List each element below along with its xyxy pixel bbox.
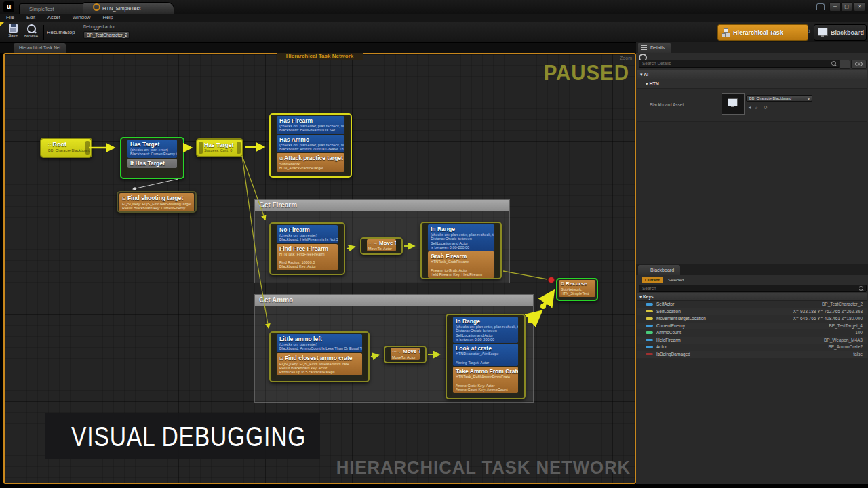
unreal-logo: u <box>3 1 14 12</box>
menu-file[interactable]: File <box>0 14 20 22</box>
blackboard-key-row[interactable]: ActorBP_AmmoCrate2 <box>637 344 867 350</box>
breadcrumb-htn[interactable]: Hierarchical Task Network <box>717 24 808 41</box>
output-pin[interactable] <box>338 226 342 272</box>
blackboard-key-list: SelfActorBP_TestCharacter_2SelfLocationX… <box>636 301 868 358</box>
output-pin[interactable] <box>85 141 90 155</box>
input-pin[interactable] <box>363 241 367 251</box>
node-no-firearm[interactable]: No Firearm (checks on: plan enter)Blackb… <box>269 222 345 275</box>
blackboard-key-row[interactable]: HeldFirearmBP_Weapon_M4A3 <box>637 337 867 344</box>
blackboard-asset-icon <box>818 28 828 36</box>
button-label: Current <box>645 278 660 282</box>
debug-border-title: Hierarchical Task Network <box>277 53 363 60</box>
menu-asset[interactable]: Asset <box>41 14 66 22</box>
find-in-browser-icon[interactable]: ⌕ <box>755 105 758 110</box>
node-has-target-scope[interactable]: Has Target Success: Cost: 0 <box>196 138 243 157</box>
menu-edit[interactable]: Edit <box>20 14 41 22</box>
node-take-ammo[interactable]: In Range (checks on: plan enter, plan re… <box>446 314 526 399</box>
node-find-ammo-crate[interactable]: Little ammo left (checks on: plan enter)… <box>269 331 370 382</box>
chevron-down-icon: ▼ <box>807 97 810 101</box>
resume-button[interactable]: Resume <box>47 29 66 35</box>
input-pin[interactable] <box>387 349 391 360</box>
document-tab-htn[interactable]: Hierarchical Task Net <box>14 43 66 53</box>
output-pin[interactable] <box>237 142 241 154</box>
close-button[interactable]: ✕ <box>854 2 865 12</box>
node-move-to-ammo[interactable]: ⋯→Move To MoveTo: Actor <box>384 346 427 363</box>
blackboard-key-row[interactable]: MovementTargetLocationX=-645.766 Y=-408.… <box>637 315 867 322</box>
node-find-shooting-target[interactable]: ⊡Find shooting target EQSQuery: EQS_Find… <box>117 191 197 213</box>
condition-detail: (checks on: plan enter)Blackboard: Curre… <box>130 148 174 157</box>
blackboard-keys-header[interactable]: ▾ Keys <box>637 293 867 301</box>
node-has-target-decorator[interactable]: Has Target (checks on: plan enter)Blackb… <box>120 137 184 179</box>
menu-window[interactable]: Window <box>66 14 97 22</box>
input-pin[interactable] <box>272 226 276 272</box>
category-htn[interactable]: ▾ HTN <box>637 79 867 89</box>
node-attack-practice-target[interactable]: Has Firearm (checks on: plan enter, plan… <box>269 113 352 178</box>
view-options-button[interactable] <box>851 60 867 69</box>
output-pin[interactable] <box>519 317 523 396</box>
blackboard-view-current-button[interactable]: Current <box>642 277 663 283</box>
node-recurse[interactable]: ⧉Recurse SubNetwork:HTN_SimpleTest <box>556 278 598 301</box>
details-icon <box>641 45 647 50</box>
blackboard-key-row[interactable]: SelfLocationX=-933.188 Y=-762.765 Z=262.… <box>637 308 867 315</box>
htn-graph-canvas[interactable]: Hierarchical Task Network Zoom PAUSED HI… <box>3 53 636 484</box>
blackboard-asset-value: BB_CharacterBlackboard <box>749 96 791 100</box>
blackboard-asset-dropdown[interactable]: BB_CharacterBlackboard ▼ <box>746 95 812 102</box>
condition-detail: (checks on: plan enter)Blackboard: AmmoC… <box>279 342 359 351</box>
blackboard-key-row[interactable]: AmmoCount100 <box>637 329 867 336</box>
input-pin[interactable] <box>448 317 452 396</box>
settings-grid-button[interactable] <box>839 60 850 69</box>
browse-icon <box>27 24 36 33</box>
category-label: AI <box>644 72 648 77</box>
maximize-button[interactable]: ▢ <box>841 2 852 12</box>
eqs-icon: ⊡ <box>279 355 283 362</box>
blackboard-key-row[interactable]: IsBeingDamagedfalse <box>637 351 867 358</box>
key-value: 100 <box>855 329 863 336</box>
menu-help[interactable]: Help <box>96 14 119 22</box>
category-ai[interactable]: ▾ AI <box>637 70 867 79</box>
video-caption-text: VISUAL DEBUGGING <box>71 421 306 453</box>
blackboard-key-row[interactable]: SelfActorBP_TestCharacter_2 <box>637 301 867 308</box>
breakpoint-dot[interactable] <box>549 277 555 283</box>
node-move-to-firearm[interactable]: ⋯→Move To MoveTo: Actor <box>360 237 403 255</box>
minimize-button[interactable]: ─ <box>829 2 841 12</box>
input-pin[interactable] <box>272 335 276 379</box>
debugged-actor-dropdown[interactable]: BP_TestCharacter_2 ▼ <box>83 31 130 39</box>
breadcrumb-blackboard[interactable]: Blackboard <box>814 24 867 41</box>
node-grab-firearm[interactable]: In Range (checks on: plan enter, plan re… <box>420 222 502 279</box>
move-to-icon: ⋯→ <box>392 348 401 355</box>
browse-button[interactable]: Browse <box>22 24 40 38</box>
key-value: false <box>853 351 863 358</box>
chevron-down-icon: ▼ <box>124 33 127 37</box>
output-pin[interactable] <box>420 349 424 360</box>
blackboard-key-row[interactable]: CurrentEnemyBP_TestTarget_4 <box>637 323 867 329</box>
output-pin[interactable] <box>363 335 367 379</box>
breadcrumb-separator: › <box>808 27 810 35</box>
output-pin[interactable] <box>345 117 349 174</box>
blackboard-view-selected-button[interactable]: Selected <box>665 277 687 283</box>
output-pin[interactable] <box>396 241 400 251</box>
tab-details[interactable]: Details <box>638 43 671 53</box>
subnetwork-icon: ⧉ <box>279 155 283 162</box>
node-root[interactable]: ∷Root BB_CharacterBlackboard <box>40 138 92 158</box>
task-detail: EQSQuery: EQS_FindClosestAmmoCrateResult… <box>279 362 359 375</box>
input-pin[interactable] <box>123 140 127 176</box>
window-tab-htn-simpletest[interactable]: HTN_SimpleTest <box>83 2 174 14</box>
blackboard-search-input[interactable] <box>639 285 867 292</box>
condition-title: Has Ammo <box>279 136 342 143</box>
tab-blackboard[interactable]: Blackboard <box>638 265 680 275</box>
input-pin[interactable] <box>272 117 276 174</box>
condition-detail: (checks on: plan enter, plan recheck, ti… <box>431 232 492 249</box>
output-pin[interactable] <box>178 140 182 176</box>
htn-asset-icon <box>722 28 730 37</box>
output-pin[interactable] <box>495 225 499 276</box>
use-selected-icon[interactable]: ◄ <box>747 105 752 110</box>
details-search-input[interactable] <box>639 60 840 68</box>
asset-thumbnail[interactable] <box>722 93 745 115</box>
input-pin[interactable] <box>423 225 427 276</box>
task-detail: MoveTo: Actor <box>392 355 418 359</box>
reset-icon[interactable]: ↺ <box>764 105 768 110</box>
stop-button[interactable]: Stop <box>64 29 75 35</box>
save-button[interactable]: Save <box>5 24 20 37</box>
input-pin[interactable] <box>199 142 203 154</box>
blackboard-empty-area <box>636 358 868 484</box>
